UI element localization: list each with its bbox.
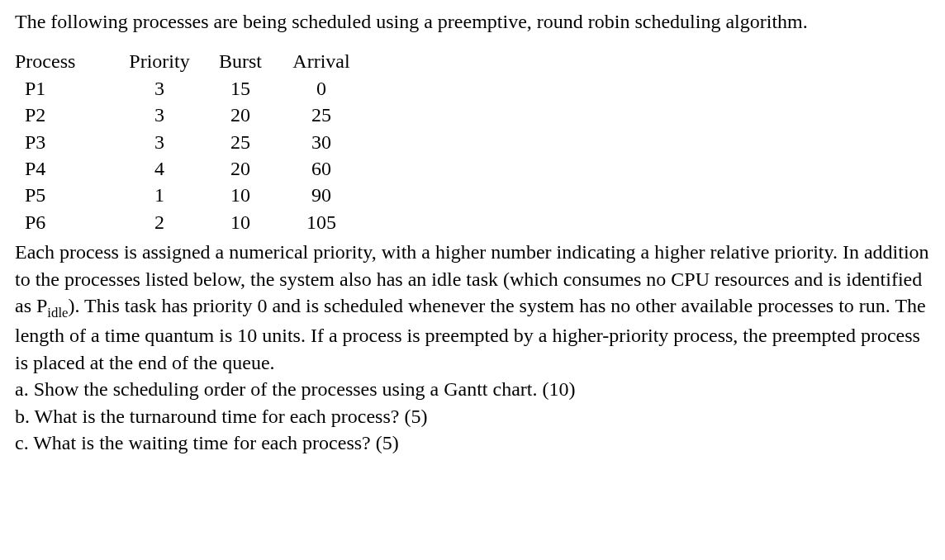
cell-process: P2 [15, 102, 122, 128]
cell-arrival: 60 [284, 155, 365, 182]
cell-arrival: 25 [284, 102, 365, 128]
intro-text: The following processes are being schedu… [15, 8, 930, 35]
question-c: c. What is the waiting time for each pro… [15, 429, 930, 456]
cell-priority: 2 [122, 209, 203, 235]
description-part2: ). This task has priority 0 and is sched… [15, 295, 926, 373]
cell-process: P1 [15, 75, 122, 102]
cell-arrival: 0 [284, 75, 365, 102]
table-row: P1 3 15 0 [15, 75, 365, 102]
table-row: P4 4 20 60 [15, 155, 365, 182]
cell-process: P6 [15, 209, 122, 235]
description-subscript: idle [47, 305, 68, 320]
table-row: P2 3 20 25 [15, 102, 365, 128]
cell-priority: 3 [122, 102, 203, 128]
cell-process: P3 [15, 129, 122, 155]
cell-burst: 25 [203, 129, 284, 155]
cell-burst: 15 [203, 75, 284, 102]
header-priority: Priority [122, 48, 203, 74]
table-row: P3 3 25 30 [15, 129, 365, 155]
table-row: P6 2 10 105 [15, 209, 365, 235]
cell-priority: 4 [122, 155, 203, 182]
question-b: b. What is the turnaround time for each … [15, 403, 930, 429]
table-header-row: Process Priority Burst Arrival [15, 48, 365, 74]
cell-burst: 10 [203, 182, 284, 208]
question-a: a. Show the scheduling order of the proc… [15, 376, 930, 402]
cell-arrival: 30 [284, 129, 365, 155]
cell-priority: 3 [122, 129, 203, 155]
header-burst: Burst [203, 48, 284, 74]
cell-burst: 20 [203, 155, 284, 182]
cell-process: P4 [15, 155, 122, 182]
cell-priority: 3 [122, 75, 203, 102]
description-text: Each process is assigned a numerical pri… [15, 239, 930, 376]
cell-priority: 1 [122, 182, 203, 208]
header-arrival: Arrival [284, 48, 365, 74]
process-table: Process Priority Burst Arrival P1 3 15 0… [15, 48, 365, 235]
cell-burst: 20 [203, 102, 284, 128]
cell-arrival: 90 [284, 182, 365, 208]
cell-burst: 10 [203, 209, 284, 235]
cell-process: P5 [15, 182, 122, 208]
questions-block: a. Show the scheduling order of the proc… [15, 376, 930, 456]
cell-arrival: 105 [284, 209, 365, 235]
table-row: P5 1 10 90 [15, 182, 365, 208]
header-process: Process [15, 48, 122, 74]
